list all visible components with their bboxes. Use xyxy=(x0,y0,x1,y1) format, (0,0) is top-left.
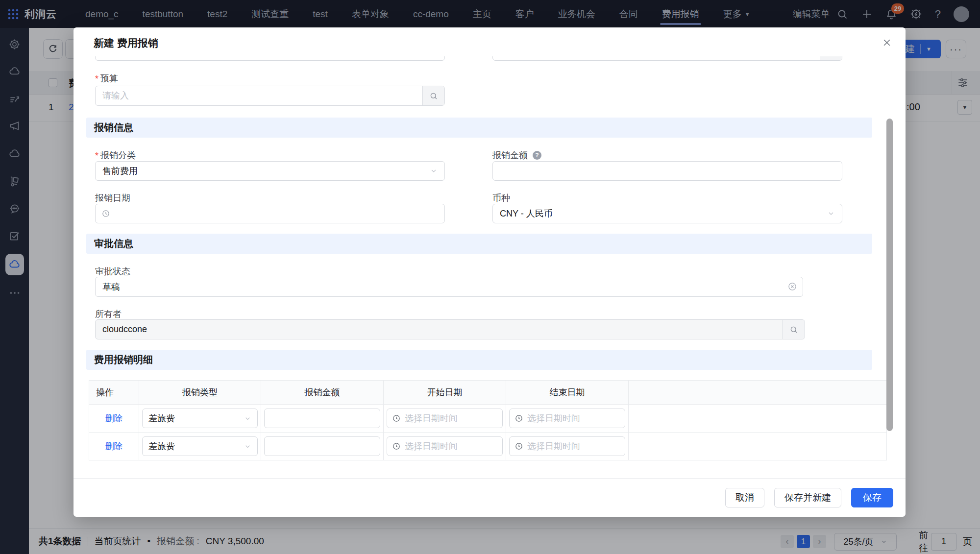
chevron-down-icon xyxy=(430,167,438,175)
cancel-button[interactable]: 取消 xyxy=(725,488,764,507)
row-amount-input[interactable] xyxy=(265,409,380,428)
col-filler xyxy=(629,381,887,405)
row-end-date-picker[interactable]: 选择日期时间 xyxy=(509,409,625,428)
delete-row-link[interactable]: 删除 xyxy=(105,441,123,451)
section-expense-info: 报销信息 xyxy=(86,118,872,138)
row-type-select[interactable]: 差旅费 xyxy=(142,436,258,456)
col-action: 操作 xyxy=(89,381,139,405)
category-label: * 报销分类 xyxy=(95,149,136,161)
clock-icon xyxy=(514,442,523,451)
budget-search-button[interactable] xyxy=(422,86,444,105)
col-end-date: 结束日期 xyxy=(506,381,629,405)
row-amount-input[interactable] xyxy=(265,437,380,456)
clock-icon xyxy=(392,442,401,451)
modal-scrollbar-thumb[interactable] xyxy=(886,119,893,431)
save-and-new-button[interactable]: 保存并新建 xyxy=(774,488,841,507)
app-root: 利润云 demo_c testbutton test2 测试查重 test 表单… xyxy=(0,0,980,554)
clock-icon xyxy=(101,209,110,218)
currency-select[interactable]: CNY - 人民币 xyxy=(492,204,842,223)
owner-label: 所有者 xyxy=(95,308,122,320)
approval-status-label: 审批状态 xyxy=(95,265,130,277)
clipped-field-left[interactable] xyxy=(95,56,445,61)
approval-status-input[interactable] xyxy=(95,277,803,297)
owner-lookup-field xyxy=(95,319,805,339)
expense-date-label: 报销日期 xyxy=(95,192,130,204)
detail-header-row: 操作 报销类型 报销金额 开始日期 结束日期 xyxy=(89,381,887,405)
section-expense-detail: 费用报销明细 xyxy=(86,350,872,370)
clock-icon xyxy=(392,414,401,423)
modal-footer: 取消 保存并新建 保存 xyxy=(74,478,906,517)
chevron-down-icon xyxy=(244,415,251,422)
close-icon[interactable] xyxy=(881,37,893,48)
owner-input[interactable] xyxy=(96,320,783,339)
modal-title: 新建 费用报销 xyxy=(94,36,158,50)
currency-label: 币种 xyxy=(492,192,510,204)
amount-label: 报销金额 ? xyxy=(492,149,541,161)
col-type: 报销类型 xyxy=(139,381,261,405)
clock-icon xyxy=(514,414,523,423)
detail-row: 删除 差旅费 选择日期时间 选择日期时间 xyxy=(89,405,887,433)
budget-input[interactable] xyxy=(96,86,422,105)
col-start-date: 开始日期 xyxy=(384,381,506,405)
search-icon[interactable] xyxy=(820,56,842,60)
amount-input[interactable] xyxy=(492,161,842,181)
delete-row-link[interactable]: 删除 xyxy=(105,413,123,423)
row-start-date-picker[interactable]: 选择日期时间 xyxy=(387,409,503,428)
section-approval-info: 审批信息 xyxy=(86,234,872,254)
save-button[interactable]: 保存 xyxy=(851,488,893,507)
detail-row: 删除 差旅费 选择日期时间 选择日期时间 xyxy=(89,433,887,460)
row-start-date-picker[interactable]: 选择日期时间 xyxy=(387,436,503,456)
help-icon[interactable]: ? xyxy=(533,151,541,160)
chevron-down-icon xyxy=(244,443,251,450)
required-marker: * xyxy=(95,74,98,84)
row-type-select[interactable]: 差旅费 xyxy=(142,409,258,428)
clear-icon[interactable] xyxy=(787,282,797,291)
modal-header: 新建 费用报销 xyxy=(74,27,906,56)
budget-lookup-field xyxy=(95,86,445,106)
col-amount: 报销金额 xyxy=(261,381,384,405)
required-marker: * xyxy=(95,151,98,161)
create-expense-modal: 新建 费用报销 * 预算 xyxy=(74,27,906,517)
expense-detail-table: 操作 报销类型 报销金额 开始日期 结束日期 删除 差旅费 xyxy=(89,380,887,460)
clipped-field-right[interactable] xyxy=(492,56,842,61)
budget-label: * 预算 xyxy=(95,72,118,84)
row-amount-field xyxy=(264,436,380,456)
row-amount-field xyxy=(264,409,380,428)
owner-search-button[interactable] xyxy=(783,320,805,339)
category-select[interactable]: 售前费用 xyxy=(95,161,445,181)
modal-body: * 预算 报销信息 * 报销分类 报销金额 ? 售前费 xyxy=(74,56,906,478)
expense-date-picker[interactable] xyxy=(95,204,445,223)
approval-status-field xyxy=(95,277,803,297)
row-end-date-picker[interactable]: 选择日期时间 xyxy=(509,436,625,456)
chevron-down-icon xyxy=(827,210,835,217)
